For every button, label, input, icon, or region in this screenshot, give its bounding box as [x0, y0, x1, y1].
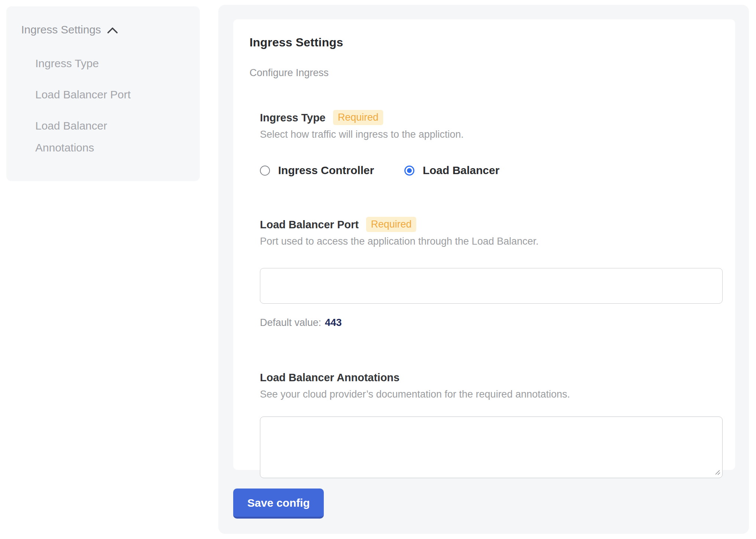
sidebar-item-load-balancer-port[interactable]: Load Balancer Port — [35, 84, 147, 105]
sidebar-item-ingress-type[interactable]: Ingress Type — [35, 52, 147, 74]
load-balancer-port-description: Port used to access the application thro… — [260, 236, 719, 247]
radio-label-load-balancer: Load Balancer — [423, 164, 499, 177]
load-balancer-annotations-description: See your cloud provider’s documentation … — [260, 389, 719, 400]
section-ingress-type: Ingress Type Required Select how traffic… — [260, 110, 719, 177]
radio-label-ingress-controller: Ingress Controller — [278, 164, 374, 177]
page-title: Ingress Settings — [250, 36, 719, 49]
required-badge: Required — [366, 217, 417, 232]
load-balancer-annotations-textarea[interactable] — [260, 416, 723, 478]
sidebar-item-load-balancer-annotations[interactable]: Load Balancer Annotations — [35, 115, 147, 159]
required-badge: Required — [333, 110, 384, 125]
sidebar-ingress-settings-label: Ingress Settings — [21, 23, 101, 36]
section-load-balancer-annotations: Load Balancer Annotations See your cloud… — [260, 370, 719, 478]
default-value-row: Default value:443 — [260, 317, 719, 329]
default-value: 443 — [325, 317, 342, 328]
ingress-settings-card: Ingress Settings Configure Ingress Ingre… — [233, 19, 735, 470]
default-value-label: Default value: — [260, 317, 321, 328]
radio-option-ingress-controller[interactable]: Ingress Controller — [260, 164, 374, 177]
load-balancer-port-label: Load Balancer Port — [260, 217, 359, 232]
ingress-type-radio-group: Ingress Controller Load Balancer — [260, 164, 719, 177]
ingress-settings-panel: Ingress Settings Configure Ingress Ingre… — [218, 5, 749, 534]
sidebar-item-ingress-settings[interactable]: Ingress Settings — [21, 23, 185, 36]
radio-button-ingress-controller[interactable] — [260, 166, 270, 176]
section-load-balancer-port: Load Balancer Port Required Port used to… — [260, 217, 719, 329]
load-balancer-port-input[interactable] — [260, 268, 723, 304]
ingress-type-description: Select how traffic will ingress to the a… — [260, 129, 719, 140]
radio-option-load-balancer[interactable]: Load Balancer — [404, 164, 499, 177]
resize-handle-icon[interactable] — [714, 469, 721, 476]
save-config-button[interactable]: Save config — [233, 489, 324, 519]
sidebar-item-list: Ingress Type Load Balancer Port Load Bal… — [35, 52, 185, 159]
radio-button-load-balancer[interactable] — [404, 166, 414, 176]
settings-nav: Ingress Settings Ingress Type Load Balan… — [6, 6, 200, 181]
page-subtitle: Configure Ingress — [250, 67, 719, 79]
load-balancer-annotations-label: Load Balancer Annotations — [260, 370, 400, 385]
ingress-type-label: Ingress Type — [260, 110, 326, 125]
chevron-up-icon — [107, 27, 118, 34]
